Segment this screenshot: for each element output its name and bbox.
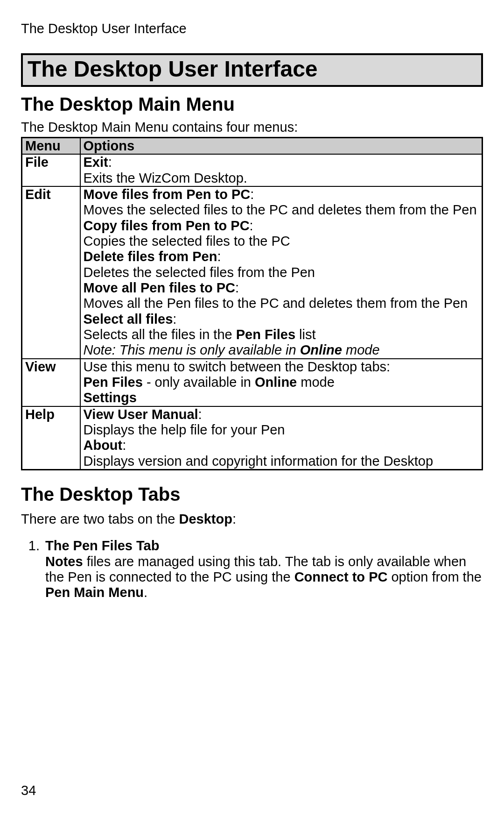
- section-heading-main-menu: The Desktop Main Menu: [21, 93, 483, 115]
- option-desc: Selects all the files in the Pen Files l…: [84, 327, 316, 342]
- option-label: Move all Pen files to PC: [84, 280, 236, 295]
- page-number: 34: [21, 783, 36, 798]
- tab-item-title: The Pen Files Tab: [45, 538, 159, 553]
- page: The Desktop User Interface The Desktop U…: [0, 0, 504, 817]
- table-row-edit: Edit Move files from Pen to PC: Moves th…: [22, 186, 483, 359]
- tabs-intro: There are two tabs on the Desktop:: [21, 512, 483, 527]
- cell-options-edit: Move files from Pen to PC: Moves the sel…: [80, 186, 483, 359]
- tab-item-desc: Notes files are managed using this tab. …: [45, 554, 482, 600]
- option-label: Exit: [84, 155, 108, 170]
- section-heading-tabs: The Desktop Tabs: [21, 483, 483, 505]
- tabs-list: The Pen Files Tab Notes files are manage…: [21, 538, 483, 600]
- option-desc: Moves all the Pen files to the PC and de…: [84, 296, 468, 311]
- cell-options-view: Use this menu to switch between the Desk…: [80, 359, 483, 406]
- th-menu: Menu: [22, 137, 80, 154]
- table-row-file: File Exit: Exits the WizCom Desktop.: [22, 154, 483, 186]
- option-note: Note: This menu is only available in Onl…: [84, 342, 380, 357]
- main-menu-table: Menu Options File Exit: Exits the WizCom…: [21, 137, 483, 470]
- option-desc: Deletes the selected files from the Pen: [84, 265, 315, 280]
- table-header-row: Menu Options: [22, 137, 483, 154]
- th-options: Options: [80, 137, 483, 154]
- option-desc: Displays the help file for your Pen: [84, 422, 285, 437]
- cell-menu-help: Help: [22, 406, 80, 470]
- option-label: About: [84, 438, 123, 453]
- table-row-view: View Use this menu to switch between the…: [22, 359, 483, 406]
- cell-options-file: Exit: Exits the WizCom Desktop.: [80, 154, 483, 186]
- option-label: Copy files from Pen to PC: [84, 218, 250, 233]
- option-desc: Displays version and copyright informati…: [84, 454, 434, 469]
- option-label: Select all files: [84, 312, 173, 327]
- option-label: Settings: [84, 390, 137, 405]
- option-desc: Use this menu to switch between the Desk…: [84, 359, 391, 374]
- option-label: Move files from Pen to PC: [84, 187, 251, 202]
- option-label: View User Manual: [84, 407, 198, 422]
- cell-menu-file: File: [22, 154, 80, 186]
- option-desc: Copies the selected files to the PC: [84, 234, 290, 249]
- title-box: The Desktop User Interface: [21, 53, 483, 86]
- main-menu-intro: The Desktop Main Menu contains four menu…: [21, 120, 483, 135]
- cell-options-help: View User Manual: Displays the help file…: [80, 406, 483, 470]
- option-label: Delete files from Pen: [84, 249, 217, 264]
- table-row-help: Help View User Manual: Displays the help…: [22, 406, 483, 470]
- option-desc: Exits the WizCom Desktop.: [84, 171, 247, 185]
- running-header: The Desktop User Interface: [21, 21, 483, 36]
- cell-menu-view: View: [22, 359, 80, 406]
- option-desc: Pen Files - only available in Online mod…: [84, 375, 335, 390]
- option-desc: Moves the selected files to the PC and d…: [84, 202, 477, 217]
- list-item: The Pen Files Tab Notes files are manage…: [43, 538, 483, 600]
- page-title: The Desktop User Interface: [28, 56, 476, 82]
- cell-menu-edit: Edit: [22, 186, 80, 359]
